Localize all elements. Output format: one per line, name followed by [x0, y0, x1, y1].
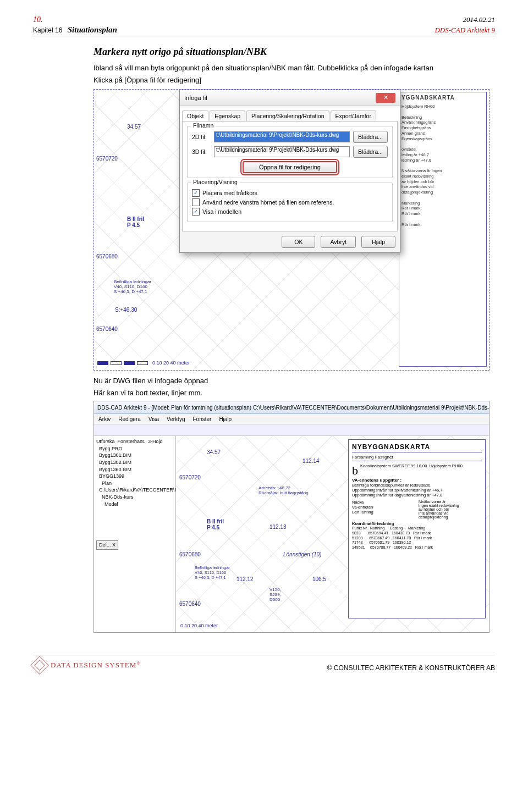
tab-egenskap[interactable]: Egenskap	[210, 111, 245, 121]
c-bef: Befintliga ledningar V40, S110, D160 S +…	[195, 565, 230, 580]
project-tree[interactable]: Utforska Fönsterhant. 3-Höjd Bygg.PRO By…	[94, 436, 176, 633]
card2-va: Befintliga förbindelsepunkter är redovis…	[352, 483, 482, 498]
title-block: NYBYGGNADSKARTA Församling Fastighet b K…	[348, 439, 486, 618]
footer-copyright: © CONSULTEC ARKITEKTER & KONSTRUKTÖRER A…	[327, 664, 495, 672]
c-ann6: Lönnstigen (10)	[283, 551, 322, 557]
c-ann3: 112.13	[270, 524, 287, 530]
footer-brand: DATA DESIGN SYSTEM	[51, 661, 136, 669]
map-height-label: 34.57	[127, 124, 141, 130]
drawing-canvas[interactable]: 34.57 6570720 6570680 6570640 B II fril …	[176, 436, 489, 633]
map-coord-1: 6570720	[96, 156, 118, 162]
menu-verktyg[interactable]: Verktyg	[167, 416, 185, 422]
card2-sub: Församling Fastighet	[352, 455, 482, 461]
menu-fonster[interactable]: Fönster	[193, 416, 211, 422]
c-lot: B II fril P 4.5	[207, 518, 224, 531]
para-1: Ibland så vill man byta origopunkt på de…	[94, 63, 490, 73]
checkbox-crosshair[interactable]: ✓	[192, 189, 200, 197]
help-button[interactable]: Hjälp	[361, 236, 395, 248]
c-ann5: 106.5	[312, 576, 326, 582]
map-sd-label: S:+46,30	[115, 307, 137, 313]
toolbar	[94, 424, 489, 436]
card2-coordsys: Koordinatsystem SWEREF 99 18 00. Höjdsys…	[352, 463, 482, 468]
map-scale-text: 0 10 20 40 meter	[152, 360, 190, 366]
para-2: Klicka på [Öppna fil för redigering]	[94, 75, 490, 85]
browse-3d-button[interactable]: Bläddra...	[353, 146, 388, 158]
menubar: Arkiv Redigera Visa Verktyg Fönster Hjäl…	[94, 414, 489, 424]
group-placement-legend: Placering/Visning	[191, 179, 240, 185]
product-name: DDS-CAD Arkitekt 9	[435, 26, 495, 35]
tree-content: Utforska Fönsterhant. 3-Höjd Bygg.PRO By…	[96, 438, 173, 507]
card2-va-h: VA-enhetens uppgifter :	[352, 478, 482, 483]
open-for-edit-button[interactable]: Öppna fil för redigering	[243, 161, 337, 173]
group-filename-legend: Filnamn	[191, 122, 216, 129]
section-title: Situationsplan	[68, 25, 117, 34]
def-button[interactable]: Def... X	[96, 540, 118, 550]
c-coord1: 6570720	[179, 474, 201, 480]
map-coord-2: 6570680	[96, 253, 118, 259]
heading: Markera nytt origo på situationsplan/NBK	[94, 46, 490, 58]
input-3d-file[interactable]: t:\Utbildningsmaterial 9\Projekt\NBK-Dds…	[214, 146, 350, 157]
logo-icon	[30, 656, 49, 675]
map-lot-label: B II fril P 4.5	[127, 216, 144, 228]
cancel-button[interactable]: Avbryt	[321, 236, 356, 248]
registered-icon: ®	[136, 661, 140, 666]
card2-title: NYBYGGNADSKARTA	[352, 443, 482, 452]
checkbox-lowerleft[interactable]	[192, 198, 200, 206]
insert-file-dialog: Infoga fil ✕ Objekt Egenskap Placering/S…	[179, 90, 400, 253]
menu-redigera[interactable]: Redigera	[118, 416, 141, 422]
canvas-scale: 0 10 20 40 meter	[180, 623, 218, 628]
c-ann2: 112.14	[302, 458, 320, 464]
label-2d: 2D fil:	[192, 134, 211, 140]
tab-export[interactable]: Export/Jämför	[331, 111, 376, 121]
c-ann4: 112.12	[237, 576, 254, 582]
para-4: Här kan vi ta bort texter, linjer mm.	[94, 388, 490, 398]
figure-app-window: DDS-CAD Arkitekt 9 - [Model: Plan för to…	[94, 401, 490, 633]
figure-dialog-over-map: 34.57 6570720 6570680 6570640 B II fril …	[94, 89, 490, 371]
browse-2d-button[interactable]: Bläddra...	[353, 131, 388, 143]
ok-button[interactable]: OK	[282, 236, 315, 248]
page-number: 10.	[33, 15, 43, 24]
checkbox-showmodel-label: Visa i modellen	[202, 208, 241, 215]
footer-logo: DATA DESIGN SYSTEM®	[33, 659, 140, 672]
map-title-block: YGGNADSKARTA Höjdsystem RH00 Beteckning …	[399, 92, 487, 367]
card2-coord-h: Koordinatförteckning	[352, 521, 482, 526]
card2-coord-table: Punkt Nr. Northing Easting Markering 903…	[352, 526, 482, 550]
tab-objekt[interactable]: Objekt	[182, 111, 208, 121]
close-button[interactable]: ✕	[376, 93, 395, 103]
checkbox-lowerleft-label: Använd nedre vänstra hörnet på filen som…	[202, 199, 334, 206]
tab-placering[interactable]: Placering/Skalering/Rotation	[246, 111, 329, 121]
para-3: Nu är DWG filen vi infogade öppnad	[94, 376, 490, 386]
c-h1: 34.57	[207, 449, 221, 455]
map-bef-label: Befintliga ledningar V40, S110, D160 S +…	[114, 279, 151, 294]
label-3d: 3D fil:	[192, 148, 211, 155]
page-date: 2014.02.21	[463, 15, 496, 24]
input-2d-file[interactable]: t:\Utbildningsmaterial 9\Projekt\NBK-Dds…	[214, 131, 350, 142]
map-scalebar: 0 10 20 40 meter	[97, 360, 190, 366]
chapter-label: Kapitel 16	[33, 26, 62, 34]
card2-curve: Nivåkurvorna är ingen exakt redovisning …	[419, 500, 482, 519]
menu-visa[interactable]: Visa	[148, 416, 159, 422]
checkbox-showmodel[interactable]: ✓	[192, 208, 200, 216]
dialog-title: Infoga fil	[184, 95, 207, 101]
c-ann7: V150, S289, D600	[270, 587, 281, 602]
menu-hjalp[interactable]: Hjälp	[219, 416, 232, 422]
map-card-body: Höjdsystem RH00 Beteckning Användningsgr…	[402, 104, 484, 227]
c-coord3: 6570640	[179, 601, 201, 607]
map-coord-3: 6570640	[96, 326, 118, 332]
app-title: DDS-CAD Arkitekt 9 - [Model: Plan för to…	[97, 405, 489, 411]
c-ann1: Arbetsfix +48,72 Rödmålad bult flaggstån…	[258, 485, 309, 495]
c-coord2: 6570680	[179, 551, 201, 557]
map-card-title: YGGNADSKARTA	[402, 95, 484, 101]
card2-nacka: Nacka Va-enheten Leif Tonring	[352, 500, 415, 519]
menu-arkiv[interactable]: Arkiv	[98, 416, 111, 422]
checkbox-crosshair-label: Placera med trådkors	[202, 190, 257, 196]
